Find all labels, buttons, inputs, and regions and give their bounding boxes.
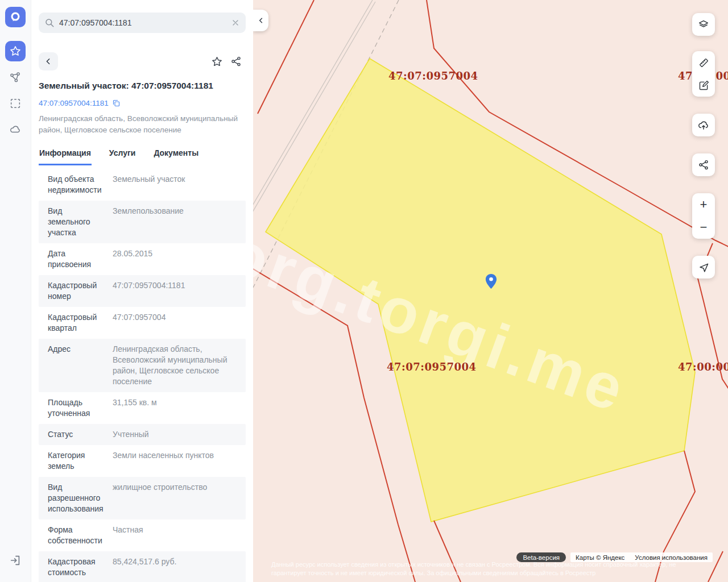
- disclaimer-line: гарантирует точность и не имеет юридичес…: [271, 569, 715, 577]
- row-value: жилищное строительство: [113, 482, 237, 514]
- star-outline-icon: [211, 56, 223, 68]
- row-label: Вид разрешенного использования: [48, 482, 113, 514]
- row-label: Кадастровая стоимость: [48, 556, 113, 578]
- sign-in-button[interactable]: [5, 550, 26, 571]
- info-table: Вид объекта недвижимостиЗемельный участо…: [39, 169, 246, 582]
- row-label: Вид объекта недвижимости: [48, 174, 113, 196]
- row-label: Форма собственности: [48, 525, 113, 546]
- zoom-group: + −: [692, 193, 715, 239]
- row-label: Вид земельного участка: [48, 206, 113, 238]
- row-value: Землепользование: [113, 206, 237, 238]
- row-value: Учтенный: [113, 429, 237, 440]
- cadastral-number-link[interactable]: 47:07:0957004:1181: [39, 99, 109, 107]
- map-share-button[interactable]: [692, 153, 715, 176]
- table-row: Кадастровая стоимость85,424,517.6 руб.: [39, 551, 246, 582]
- edit-icon: [698, 80, 710, 92]
- icon-rail: [0, 0, 31, 582]
- row-label: Площадь уточненная: [48, 397, 113, 419]
- minus-icon: −: [700, 221, 708, 234]
- chevron-left-icon: [257, 16, 265, 24]
- row-label: Адрес: [48, 344, 113, 387]
- copy-icon[interactable]: [112, 99, 121, 107]
- map-disclaimer: Данный ресурс использует сведения из отк…: [271, 560, 715, 577]
- measure-button[interactable]: [692, 51, 715, 74]
- table-row: Вид объекта недвижимостиЗемельный участо…: [39, 169, 246, 201]
- row-value: Частная: [113, 525, 237, 546]
- table-row: Кадастровый номер47:07:0957004:1181: [39, 275, 246, 307]
- search-icon: [44, 18, 55, 28]
- sidebar-item-favorites[interactable]: [5, 41, 26, 61]
- zoom-out-button[interactable]: −: [692, 216, 715, 239]
- chevron-left-icon: [44, 57, 53, 66]
- row-label: Дата присвоения: [48, 248, 113, 270]
- dashed-square-icon: [9, 97, 22, 110]
- share-icon: [230, 56, 242, 67]
- share-icon: [698, 159, 709, 171]
- row-label: Категория земель: [48, 450, 113, 472]
- beta-badge: Beta-версия: [516, 552, 566, 562]
- row-value: Ленинградская область, Всеволожский муни…: [113, 344, 237, 387]
- navigation-arrow-icon: [698, 261, 710, 273]
- row-value: Земли населенных пунктов: [113, 450, 237, 472]
- favorite-button[interactable]: [207, 52, 226, 70]
- yandex-maps-link[interactable]: Карты © Яндекс: [576, 554, 624, 561]
- edit-button[interactable]: [692, 74, 715, 97]
- tabs: ИнформацияУслугиДокументы: [39, 145, 246, 165]
- ruler-icon: [698, 57, 710, 69]
- polygon-network-icon: [9, 71, 22, 84]
- app-root: Земельный участок: 47:07:0957004:1181 47…: [0, 0, 728, 582]
- tab-info[interactable]: Информация: [39, 145, 92, 165]
- map-attribution: Beta-версия Карты © Яндекс Условия испол…: [516, 552, 713, 562]
- row-value: Земельный участок: [113, 174, 237, 196]
- details-panel: Земельный участок: 47:07:0957004:1181 47…: [31, 0, 253, 582]
- table-row: Кадастровый квартал47:07:0957004: [39, 307, 246, 339]
- tab-documents[interactable]: Документы: [153, 145, 199, 165]
- back-button[interactable]: [39, 52, 58, 70]
- search-bar: [39, 13, 246, 33]
- sidebar-item-polygon-layers[interactable]: [5, 67, 26, 88]
- terms-link[interactable]: Условия использования: [635, 554, 708, 561]
- panel-header: [39, 52, 246, 70]
- logo-mark-icon: [9, 11, 22, 23]
- row-value: 31,155 кв. м: [113, 397, 237, 419]
- table-row: Дата присвоения28.05.2015: [39, 243, 246, 275]
- tab-services[interactable]: Услуги: [109, 145, 136, 165]
- page-title: Земельный участок: 47:07:0957004:1181: [39, 81, 246, 91]
- row-value: 47:07:0957004:1181: [113, 280, 237, 302]
- clear-search-icon[interactable]: [231, 18, 240, 27]
- table-row: АдресЛенинградская область, Всеволожский…: [39, 339, 246, 392]
- share-button[interactable]: [226, 52, 246, 70]
- collapse-panel-button[interactable]: [253, 10, 268, 31]
- upload-button[interactable]: [692, 114, 715, 136]
- row-value: 28.05.2015: [113, 248, 237, 270]
- search-input[interactable]: [59, 18, 226, 27]
- table-row: Вид разрешенного использованияжилищное с…: [39, 477, 246, 519]
- table-row: Категория земельЗемли населенных пунктов: [39, 445, 246, 477]
- layers-button[interactable]: [692, 13, 715, 36]
- object-address: Ленинградская область, Всеволожский муни…: [39, 113, 246, 136]
- map[interactable]: org.torgi.me 47:07:0957004 47:00:000 47:…: [253, 0, 728, 582]
- layers-icon: [697, 18, 710, 31]
- sidebar-item-area-select[interactable]: [5, 93, 26, 114]
- locate-button[interactable]: [692, 256, 715, 278]
- plus-icon: +: [700, 198, 708, 211]
- row-value: 85,424,517.6 руб.: [113, 556, 237, 578]
- sign-in-icon: [9, 554, 22, 567]
- measure-edit-group: [692, 51, 715, 97]
- row-label: Статус: [48, 429, 113, 440]
- table-row: СтатусУчтенный: [39, 424, 246, 445]
- table-row: Форма собственностиЧастная: [39, 519, 246, 551]
- cloud-icon: [9, 123, 22, 136]
- cadastral-link-row: 47:07:0957004:1181: [39, 99, 246, 107]
- cloud-upload-icon: [697, 119, 710, 131]
- app-logo[interactable]: [5, 7, 26, 27]
- map-controls: + −: [692, 13, 715, 278]
- row-label: Кадастровый номер: [48, 280, 113, 302]
- star-icon: [9, 45, 22, 57]
- attribution-bar: Карты © Яндекс Условия использования: [570, 552, 713, 562]
- row-value: 47:07:0957004: [113, 312, 237, 334]
- zoom-in-button[interactable]: +: [692, 193, 715, 216]
- table-row: Вид земельного участкаЗемлепользование: [39, 201, 246, 243]
- table-row: Площадь уточненная31,155 кв. м: [39, 392, 246, 424]
- sidebar-item-cloud[interactable]: [5, 119, 26, 140]
